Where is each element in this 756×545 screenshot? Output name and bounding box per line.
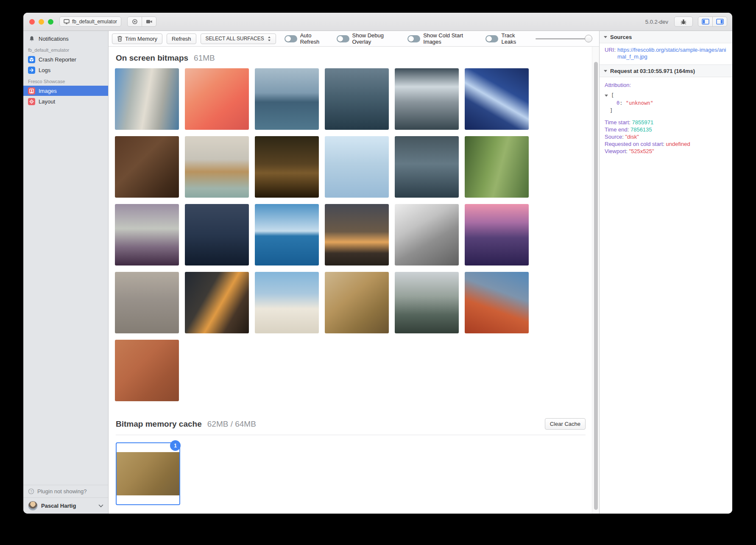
toggle-knob [338, 36, 343, 42]
images-toolbar: Trim Memory Refresh SELECT ALL SURFACES … [109, 31, 599, 47]
bitmap-thumbnail-station-sunburst[interactable] [185, 272, 249, 333]
bitmap-thumbnail-pink-storm-clouds[interactable] [465, 204, 529, 266]
uri-label: URI [605, 47, 614, 53]
sidebar-item-notifications[interactable]: Notifications [23, 34, 108, 44]
bitmap-thumbnail-orange-flowers[interactable] [185, 68, 249, 130]
bug-icon [680, 19, 687, 25]
user-menu[interactable]: Pascal Hartig [23, 497, 108, 514]
bitmap-thumbnail-concrete-towers-sky[interactable] [325, 136, 389, 198]
plugin-help-link[interactable]: ? Plugin not showing? [23, 485, 108, 497]
user-name: Pascal Hartig [41, 503, 76, 509]
plugin-sidebar: Notificationsfb_default_emulatorCrash Re… [23, 31, 109, 514]
sidebar-item-label: Crash Reporter [39, 56, 76, 63]
device-selector-button[interactable]: fb_default_emulator [59, 17, 121, 27]
attribution-entry: 0: "unknown" [605, 100, 727, 106]
slider-knob[interactable] [585, 35, 592, 42]
attribution-json-open[interactable]: [ [605, 92, 727, 98]
select-arrows-icon [268, 36, 271, 42]
sources-section-header[interactable]: Sources [600, 31, 732, 43]
attribution-entries: 0: "unknown" [605, 100, 727, 106]
onscreen-bitmap-grid [115, 68, 592, 401]
bitmap-thumbnail-church-at-dusk[interactable] [255, 136, 319, 198]
clear-cache-button[interactable]: Clear Cache [545, 418, 586, 430]
surface-select[interactable]: SELECT ALL SURFACES [201, 34, 276, 44]
bug-report-button[interactable] [674, 17, 693, 27]
sidebar-item-label: Logs [39, 67, 50, 73]
bitmap-thumbnail-man-in-mist[interactable] [395, 136, 459, 198]
video-camera-icon [146, 19, 153, 24]
user-avatar [28, 501, 38, 511]
toggle-auto-refresh[interactable] [285, 35, 297, 42]
attribution-json: [ 0: "unknown" ] [605, 92, 727, 114]
toggle-show-debug-overlay[interactable] [337, 35, 349, 42]
bitmap-thumbnail-sea-and-clouds[interactable] [255, 204, 319, 266]
toggle-group-track-leaks: Track Leaks [485, 32, 529, 45]
sidebar-item-layout[interactable]: Layout [23, 96, 108, 106]
bitmap-thumbnail-monochrome-hillside[interactable] [395, 204, 459, 266]
cache-heading: Bitmap memory cache 62MB / 64MB Clear Ca… [116, 418, 586, 430]
toggle-knob [408, 36, 414, 42]
sidebar-item-crash-reporter[interactable]: Crash Reporter [23, 54, 108, 64]
minimize-window-button[interactable] [39, 19, 44, 25]
bitmap-thumbnail-white-village-buildings[interactable] [255, 272, 319, 333]
bitmap-thumbnail-suspension-bridge-night[interactable] [185, 204, 249, 266]
toggle-label: Track Leaks [501, 32, 529, 45]
uri-row: URI: https://frescolib.org/static/sample… [600, 43, 732, 65]
flipper-window: fb_default_emulator 5.0.2-dev [23, 13, 732, 514]
bitmap-thumbnail-wooden-pier[interactable] [185, 136, 249, 198]
bitmap-thumbnail-weathered-planks[interactable] [115, 272, 179, 333]
close-bracket: ] [605, 108, 727, 114]
panel-toggle-buttons [698, 17, 727, 27]
onscreen-heading: On screen bitmaps 61MB [116, 53, 592, 63]
triangle-down-icon [604, 70, 607, 72]
chevron-down-icon [98, 504, 103, 508]
bitmap-thumbnail-bamboo-stalks[interactable] [465, 136, 529, 198]
sidebar-item-logs[interactable]: Logs [23, 65, 108, 75]
bitmap-thumbnail-coffee-table-tiles[interactable] [115, 340, 179, 401]
sidebar-section-fresco-showcase: Fresco Showcase [23, 75, 108, 85]
bitmap-thumbnail-autumn-leaves[interactable] [325, 272, 389, 333]
triangle-down-icon [604, 36, 607, 38]
bitmap-thumbnail-northern-light-streak[interactable] [465, 68, 529, 130]
titlebar: fb_default_emulator 5.0.2-dev [23, 13, 732, 31]
trim-memory-button[interactable]: Trim Memory [112, 34, 162, 44]
bitmap-thumbnail-snowy-mountains[interactable] [395, 68, 459, 130]
bitmap-thumbnail-snowy-conifers[interactable] [395, 272, 459, 333]
screen-record-button[interactable] [142, 17, 156, 27]
zoom-window-button[interactable] [48, 19, 53, 25]
close-window-button[interactable] [29, 19, 35, 25]
sidebar-item-images[interactable]: Images [23, 86, 108, 96]
trash-icon [117, 36, 123, 42]
toggle-group-show-debug-overlay: Show Debug Overlay [337, 32, 402, 45]
cached-image-cell[interactable]: 1 [116, 442, 180, 505]
bitmap-thumbnail-tools-flatlay[interactable] [115, 136, 179, 198]
bitmap-thumbnail-man-overlooking-lake[interactable] [255, 68, 319, 130]
cache-size: 62MB / 64MB [207, 419, 256, 429]
layout-icon [28, 98, 35, 105]
app-version: 5.0.2-dev [645, 19, 668, 25]
camera-icon [131, 19, 138, 25]
toggle-show-cold-start-images[interactable] [407, 35, 420, 42]
bitmap-thumbnail-foggy-purple-trees[interactable] [115, 204, 179, 266]
toggle-right-panel-button[interactable] [712, 17, 727, 27]
scrollbar-track[interactable] [592, 47, 599, 514]
toggle-track-leaks[interactable] [485, 35, 498, 42]
bitmap-thumbnail-plane-wreck-beach[interactable] [325, 68, 389, 130]
bitmap-thumbnail-red-bridge-tower[interactable] [465, 272, 529, 333]
thumbnail-size-slider[interactable] [536, 34, 591, 43]
toggle-group-auto-refresh: Auto Refresh [285, 32, 330, 45]
toggle-knob [285, 36, 291, 42]
toggle-label: Show Debug Overlay [352, 32, 402, 45]
request-section-header[interactable]: Request at 03:10:55.971 (164ms) [600, 65, 732, 77]
refresh-button[interactable]: Refresh [167, 34, 196, 44]
request-header-label: Request at 03:10:55.971 (164ms) [610, 68, 695, 74]
toggle-left-panel-button[interactable] [698, 17, 713, 27]
bitmap-thumbnail-city-street-sunset[interactable] [325, 204, 389, 266]
onscreen-title: On screen bitmaps [116, 53, 188, 63]
request-kv-rows: Time start: 7855971Time end: 7856135Sour… [605, 119, 727, 155]
screenshot-button[interactable] [127, 17, 142, 27]
bitmap-thumbnail-lookup-skyscraper[interactable] [115, 68, 179, 130]
uri-link[interactable]: https://frescolib.org/static/sample-imag… [617, 47, 728, 60]
scrollbar-thumb[interactable] [594, 62, 598, 510]
plugin-help-label: Plugin not showing? [37, 488, 86, 495]
